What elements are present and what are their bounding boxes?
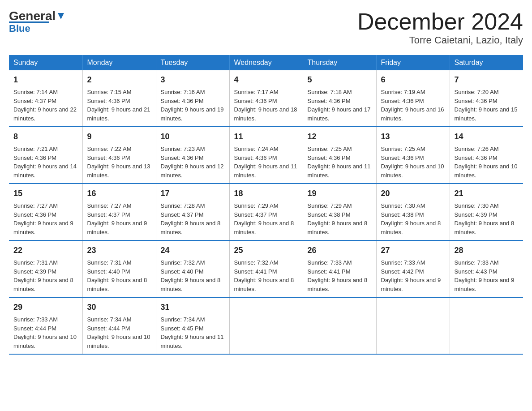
day-number: 14 — [455, 131, 519, 143]
day-number: 17 — [161, 188, 225, 200]
month-title: December 2024 — [357, 9, 523, 34]
day-number: 7 — [455, 74, 519, 86]
day-number: 15 — [13, 188, 78, 200]
day-info: Sunrise: 7:30 AMSunset: 4:38 PMDaylight:… — [381, 201, 445, 236]
calendar-cell-w2-d1: 8Sunrise: 7:21 AMSunset: 4:36 PMDaylight… — [9, 127, 82, 184]
calendar-cell-w4-d6: 27Sunrise: 7:33 AMSunset: 4:42 PMDayligh… — [376, 240, 450, 297]
day-info: Sunrise: 7:29 AMSunset: 4:37 PMDaylight:… — [234, 201, 298, 236]
weekday-header-tuesday: Tuesday — [156, 55, 229, 70]
calendar-cell-w2-d4: 11Sunrise: 7:24 AMSunset: 4:36 PMDayligh… — [229, 127, 303, 184]
calendar-week-5: 29Sunrise: 7:33 AMSunset: 4:44 PMDayligh… — [9, 297, 523, 354]
day-number: 27 — [381, 244, 445, 257]
day-info: Sunrise: 7:24 AMSunset: 4:36 PMDaylight:… — [234, 145, 298, 180]
calendar-cell-w1-d6: 6Sunrise: 7:19 AMSunset: 4:36 PMDaylight… — [376, 70, 450, 127]
calendar-week-4: 22Sunrise: 7:31 AMSunset: 4:39 PMDayligh… — [9, 240, 523, 297]
calendar-table: SundayMondayTuesdayWednesdayThursdayFrid… — [9, 55, 523, 355]
calendar-cell-w1-d7: 7Sunrise: 7:20 AMSunset: 4:36 PMDaylight… — [450, 70, 523, 127]
day-info: Sunrise: 7:23 AMSunset: 4:36 PMDaylight:… — [161, 145, 225, 180]
day-number: 4 — [234, 74, 298, 86]
calendar-cell-w5-d3: 31Sunrise: 7:34 AMSunset: 4:45 PMDayligh… — [156, 297, 229, 354]
day-number: 21 — [455, 188, 519, 200]
day-number: 11 — [234, 131, 298, 143]
calendar-cell-w3-d7: 21Sunrise: 7:30 AMSunset: 4:39 PMDayligh… — [450, 184, 523, 240]
weekday-header-saturday: Saturday — [450, 55, 523, 70]
day-number: 10 — [161, 131, 225, 143]
day-number: 18 — [234, 188, 298, 200]
day-info: Sunrise: 7:27 AMSunset: 4:37 PMDaylight:… — [87, 201, 151, 236]
day-info: Sunrise: 7:31 AMSunset: 4:39 PMDaylight:… — [13, 258, 78, 293]
day-info: Sunrise: 7:33 AMSunset: 4:41 PMDaylight:… — [308, 258, 372, 293]
day-info: Sunrise: 7:22 AMSunset: 4:36 PMDaylight:… — [87, 145, 151, 180]
day-info: Sunrise: 7:32 AMSunset: 4:40 PMDaylight:… — [161, 258, 225, 293]
day-info: Sunrise: 7:16 AMSunset: 4:36 PMDaylight:… — [161, 88, 225, 123]
day-number: 24 — [161, 244, 225, 257]
weekday-header-sunday: Sunday — [9, 55, 82, 70]
calendar-cell-w4-d2: 23Sunrise: 7:31 AMSunset: 4:40 PMDayligh… — [82, 240, 156, 297]
calendar-cell-w3-d5: 19Sunrise: 7:29 AMSunset: 4:38 PMDayligh… — [303, 184, 376, 240]
calendar-cell-w5-d5 — [303, 297, 376, 354]
logo-blue-text: Blue — [9, 23, 66, 34]
calendar-cell-w2-d6: 13Sunrise: 7:25 AMSunset: 4:36 PMDayligh… — [376, 127, 450, 184]
calendar-cell-w2-d2: 9Sunrise: 7:22 AMSunset: 4:36 PMDaylight… — [82, 127, 156, 184]
calendar-cell-w4-d7: 28Sunrise: 7:33 AMSunset: 4:43 PMDayligh… — [450, 240, 523, 297]
day-number: 28 — [455, 244, 519, 257]
day-info: Sunrise: 7:34 AMSunset: 4:45 PMDaylight:… — [161, 315, 225, 350]
day-info: Sunrise: 7:17 AMSunset: 4:36 PMDaylight:… — [234, 88, 298, 123]
calendar-cell-w3-d4: 18Sunrise: 7:29 AMSunset: 4:37 PMDayligh… — [229, 184, 303, 240]
day-info: Sunrise: 7:31 AMSunset: 4:40 PMDaylight:… — [87, 258, 151, 293]
day-info: Sunrise: 7:18 AMSunset: 4:36 PMDaylight:… — [308, 88, 372, 123]
calendar-cell-w3-d6: 20Sunrise: 7:30 AMSunset: 4:38 PMDayligh… — [376, 184, 450, 240]
calendar-cell-w5-d1: 29Sunrise: 7:33 AMSunset: 4:44 PMDayligh… — [9, 297, 82, 354]
calendar-week-2: 8Sunrise: 7:21 AMSunset: 4:36 PMDaylight… — [9, 127, 523, 184]
calendar-cell-w1-d4: 4Sunrise: 7:17 AMSunset: 4:36 PMDaylight… — [229, 70, 303, 127]
day-number: 9 — [87, 131, 151, 143]
day-info: Sunrise: 7:20 AMSunset: 4:36 PMDaylight:… — [455, 88, 519, 123]
day-info: Sunrise: 7:33 AMSunset: 4:44 PMDaylight:… — [13, 315, 78, 350]
day-number: 19 — [308, 188, 372, 200]
day-number: 20 — [381, 188, 445, 200]
day-number: 8 — [13, 131, 78, 143]
day-number: 16 — [87, 188, 151, 200]
calendar-cell-w4-d5: 26Sunrise: 7:33 AMSunset: 4:41 PMDayligh… — [303, 240, 376, 297]
calendar-cell-w1-d1: 1Sunrise: 7:14 AMSunset: 4:37 PMDaylight… — [9, 70, 82, 127]
calendar-cell-w4-d3: 24Sunrise: 7:32 AMSunset: 4:40 PMDayligh… — [156, 240, 229, 297]
calendar-cell-w5-d6 — [376, 297, 450, 354]
weekday-header-thursday: Thursday — [303, 55, 376, 70]
calendar-cell-w1-d3: 3Sunrise: 7:16 AMSunset: 4:36 PMDaylight… — [156, 70, 229, 127]
calendar-body: 1Sunrise: 7:14 AMSunset: 4:37 PMDaylight… — [9, 70, 523, 354]
day-number: 25 — [234, 244, 298, 257]
day-number: 13 — [381, 131, 445, 143]
calendar-cell-w4-d1: 22Sunrise: 7:31 AMSunset: 4:39 PMDayligh… — [9, 240, 82, 297]
day-info: Sunrise: 7:15 AMSunset: 4:36 PMDaylight:… — [87, 88, 151, 123]
logo-triangle-icon — [56, 11, 66, 21]
day-info: Sunrise: 7:25 AMSunset: 4:36 PMDaylight:… — [381, 145, 445, 180]
calendar-cell-w4-d4: 25Sunrise: 7:32 AMSunset: 4:41 PMDayligh… — [229, 240, 303, 297]
day-info: Sunrise: 7:32 AMSunset: 4:41 PMDaylight:… — [234, 258, 298, 293]
calendar-cell-w3-d2: 16Sunrise: 7:27 AMSunset: 4:37 PMDayligh… — [82, 184, 156, 240]
day-info: Sunrise: 7:25 AMSunset: 4:36 PMDaylight:… — [308, 145, 372, 180]
day-number: 29 — [13, 301, 78, 313]
calendar-week-3: 15Sunrise: 7:27 AMSunset: 4:36 PMDayligh… — [9, 184, 523, 240]
day-number: 30 — [87, 301, 151, 313]
logo: General Blue — [9, 9, 66, 34]
page-header: General Blue December 2024 Torre Caietan… — [9, 9, 523, 46]
calendar-cell-w1-d5: 5Sunrise: 7:18 AMSunset: 4:36 PMDaylight… — [303, 70, 376, 127]
calendar-cell-w5-d7 — [450, 297, 523, 354]
calendar-cell-w2-d5: 12Sunrise: 7:25 AMSunset: 4:36 PMDayligh… — [303, 127, 376, 184]
day-info: Sunrise: 7:30 AMSunset: 4:39 PMDaylight:… — [455, 201, 519, 236]
day-info: Sunrise: 7:21 AMSunset: 4:36 PMDaylight:… — [13, 145, 78, 180]
day-info: Sunrise: 7:26 AMSunset: 4:36 PMDaylight:… — [455, 145, 519, 180]
day-number: 31 — [161, 301, 225, 313]
calendar-cell-w2-d3: 10Sunrise: 7:23 AMSunset: 4:36 PMDayligh… — [156, 127, 229, 184]
day-number: 12 — [308, 131, 372, 143]
calendar-cell-w1-d2: 2Sunrise: 7:15 AMSunset: 4:36 PMDaylight… — [82, 70, 156, 127]
day-info: Sunrise: 7:28 AMSunset: 4:37 PMDaylight:… — [161, 201, 225, 236]
calendar-week-1: 1Sunrise: 7:14 AMSunset: 4:37 PMDaylight… — [9, 70, 523, 127]
day-info: Sunrise: 7:33 AMSunset: 4:42 PMDaylight:… — [381, 258, 445, 293]
weekday-header-friday: Friday — [376, 55, 450, 70]
calendar-cell-w3-d3: 17Sunrise: 7:28 AMSunset: 4:37 PMDayligh… — [156, 184, 229, 240]
weekday-header-monday: Monday — [82, 55, 156, 70]
day-number: 23 — [87, 244, 151, 257]
day-info: Sunrise: 7:34 AMSunset: 4:44 PMDaylight:… — [87, 315, 151, 350]
calendar-cell-w5-d4 — [229, 297, 303, 354]
